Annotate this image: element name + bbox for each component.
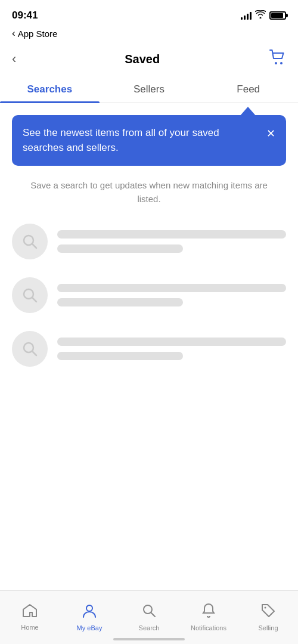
- placeholder-item-3: [12, 331, 286, 367]
- placeholder-line: [57, 230, 286, 239]
- nav-item-home[interactable]: Home: [0, 591, 60, 638]
- svg-line-3: [32, 244, 36, 248]
- nav-item-myebay[interactable]: My eBay: [60, 591, 119, 638]
- back-button[interactable]: ‹: [12, 51, 16, 67]
- placeholder-line: [57, 284, 286, 292]
- svg-point-11: [265, 606, 266, 608]
- svg-line-7: [32, 351, 36, 355]
- status-time: 09:41: [12, 10, 38, 21]
- placeholder-item-1: [12, 224, 286, 259]
- home-icon: [22, 603, 38, 621]
- tooltip-bubble: See the newest items from all of your sa…: [12, 115, 286, 166]
- status-icons: [241, 10, 286, 21]
- placeholder-lines-2: [57, 284, 286, 306]
- nav-label-myebay: My eBay: [77, 624, 103, 631]
- tag-icon: [260, 603, 276, 622]
- battery-icon: [269, 11, 286, 20]
- placeholder-lines-3: [57, 338, 286, 360]
- nav-item-search[interactable]: Search: [119, 591, 179, 638]
- placeholder-line: [57, 352, 183, 360]
- placeholder-search-icon-1: [12, 224, 48, 259]
- person-icon: [82, 603, 97, 622]
- app-store-bar[interactable]: ‹ App Store: [0, 26, 298, 44]
- tooltip-wrapper: See the newest items from all of your sa…: [12, 115, 286, 166]
- home-indicator: [113, 638, 185, 640]
- header: ‹ Saved: [0, 44, 298, 76]
- svg-line-10: [151, 612, 155, 617]
- nav-item-selling[interactable]: Selling: [238, 591, 298, 638]
- tabs-bar: Searches Sellers Feed: [0, 76, 298, 103]
- bottom-nav: Home My eBay Search Notifications: [0, 590, 298, 644]
- save-search-hint: Save a search to get updates when new ma…: [24, 179, 274, 206]
- app-store-label: App Store: [18, 29, 58, 39]
- back-to-appstore-icon: ‹: [12, 27, 15, 39]
- svg-line-5: [32, 298, 36, 302]
- tab-feed[interactable]: Feed: [198, 76, 298, 103]
- tooltip-close-button[interactable]: ✕: [266, 127, 275, 140]
- cart-button[interactable]: [268, 49, 286, 69]
- tab-searches[interactable]: Searches: [0, 76, 100, 103]
- nav-item-notifications[interactable]: Notifications: [179, 591, 238, 638]
- placeholder-list: [12, 224, 286, 367]
- svg-point-8: [86, 605, 92, 611]
- placeholder-line: [57, 338, 286, 346]
- tooltip-text: See the newest items from all of your sa…: [23, 126, 266, 155]
- bell-icon: [201, 603, 216, 622]
- wifi-icon: [255, 10, 266, 21]
- search-icon: [141, 603, 157, 622]
- nav-label-selling: Selling: [258, 624, 278, 631]
- placeholder-search-icon-3: [12, 331, 48, 367]
- placeholder-search-icon-2: [12, 277, 48, 313]
- placeholder-line: [57, 244, 183, 253]
- svg-point-0: [275, 62, 277, 64]
- tab-sellers[interactable]: Sellers: [100, 76, 199, 103]
- signal-icon: [241, 11, 252, 20]
- placeholder-line: [57, 298, 183, 306]
- nav-label-notifications: Notifications: [191, 624, 226, 631]
- nav-label-home: Home: [21, 624, 38, 631]
- svg-point-1: [280, 62, 283, 64]
- page-title: Saved: [125, 52, 160, 66]
- placeholder-lines-1: [57, 230, 286, 253]
- status-bar: 09:41: [0, 0, 298, 26]
- nav-label-search: Search: [139, 624, 160, 631]
- placeholder-item-2: [12, 277, 286, 313]
